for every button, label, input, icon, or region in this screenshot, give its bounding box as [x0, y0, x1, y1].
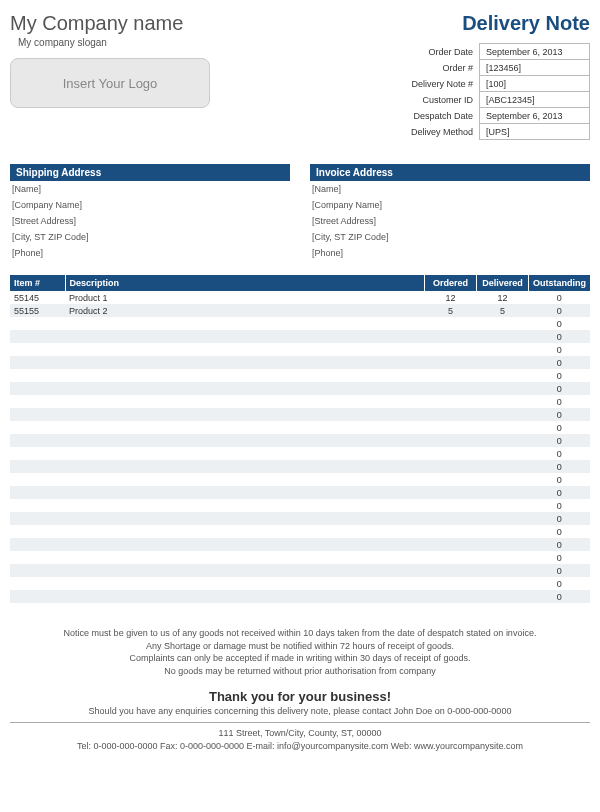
cell-item[interactable] [10, 447, 65, 460]
cell-delivered[interactable]: 12 [477, 291, 529, 304]
cell-desc[interactable] [65, 434, 425, 447]
cell-delivered[interactable] [477, 421, 529, 434]
cell-desc[interactable] [65, 512, 425, 525]
cell-desc[interactable] [65, 499, 425, 512]
cell-desc[interactable] [65, 382, 425, 395]
cell-item[interactable] [10, 538, 65, 551]
despatch-date-value[interactable]: September 6, 2013 [480, 108, 590, 124]
cell-desc[interactable] [65, 577, 425, 590]
cell-delivered[interactable] [477, 460, 529, 473]
cell-desc[interactable] [65, 460, 425, 473]
cell-outstanding[interactable]: 0 [529, 447, 591, 460]
cell-desc[interactable]: Product 1 [65, 291, 425, 304]
cell-item[interactable] [10, 577, 65, 590]
cell-desc[interactable] [65, 421, 425, 434]
cell-ordered[interactable] [425, 395, 477, 408]
cell-ordered[interactable] [425, 447, 477, 460]
cell-item[interactable] [10, 330, 65, 343]
cell-outstanding[interactable]: 0 [529, 525, 591, 538]
cell-outstanding[interactable]: 0 [529, 395, 591, 408]
cell-ordered[interactable] [425, 382, 477, 395]
cell-outstanding[interactable]: 0 [529, 564, 591, 577]
cell-outstanding[interactable]: 0 [529, 421, 591, 434]
cell-delivered[interactable] [477, 447, 529, 460]
logo-placeholder[interactable]: Insert Your Logo [10, 58, 210, 108]
cell-item[interactable] [10, 434, 65, 447]
cell-ordered[interactable] [425, 330, 477, 343]
cell-outstanding[interactable]: 0 [529, 356, 591, 369]
cell-outstanding[interactable]: 0 [529, 343, 591, 356]
cell-outstanding[interactable]: 0 [529, 382, 591, 395]
cell-desc[interactable] [65, 343, 425, 356]
cell-outstanding[interactable]: 0 [529, 317, 591, 330]
cell-delivered[interactable] [477, 330, 529, 343]
cell-delivered[interactable] [477, 395, 529, 408]
cell-item[interactable] [10, 564, 65, 577]
cell-item[interactable] [10, 343, 65, 356]
cell-item[interactable] [10, 486, 65, 499]
cell-outstanding[interactable]: 0 [529, 304, 591, 317]
cell-delivered[interactable] [477, 525, 529, 538]
cell-item[interactable]: 55155 [10, 304, 65, 317]
cell-outstanding[interactable]: 0 [529, 486, 591, 499]
delivery-note-value[interactable]: [100] [480, 76, 590, 92]
cell-delivered[interactable] [477, 486, 529, 499]
cell-desc[interactable] [65, 330, 425, 343]
cell-ordered[interactable] [425, 460, 477, 473]
cell-item[interactable] [10, 382, 65, 395]
cell-delivered[interactable] [477, 512, 529, 525]
cell-ordered[interactable] [425, 538, 477, 551]
cell-item[interactable] [10, 317, 65, 330]
cell-item[interactable] [10, 525, 65, 538]
order-num-value[interactable]: [123456] [480, 60, 590, 76]
cell-ordered[interactable] [425, 564, 477, 577]
cell-delivered[interactable]: 5 [477, 304, 529, 317]
cell-outstanding[interactable]: 0 [529, 499, 591, 512]
cell-desc[interactable] [65, 538, 425, 551]
cell-item[interactable] [10, 369, 65, 382]
cell-desc[interactable] [65, 486, 425, 499]
cell-outstanding[interactable]: 0 [529, 551, 591, 564]
cell-ordered[interactable] [425, 408, 477, 421]
cell-ordered[interactable] [425, 525, 477, 538]
cell-item[interactable] [10, 590, 65, 603]
cell-item[interactable] [10, 512, 65, 525]
cell-ordered[interactable] [425, 343, 477, 356]
cell-desc[interactable] [65, 356, 425, 369]
cell-desc[interactable] [65, 395, 425, 408]
cell-desc[interactable] [65, 408, 425, 421]
cell-outstanding[interactable]: 0 [529, 330, 591, 343]
cell-delivered[interactable] [477, 434, 529, 447]
cell-delivered[interactable] [477, 590, 529, 603]
cell-ordered[interactable] [425, 473, 477, 486]
cell-desc[interactable] [65, 473, 425, 486]
cell-delivered[interactable] [477, 564, 529, 577]
cell-desc[interactable] [65, 447, 425, 460]
cell-item[interactable] [10, 551, 65, 564]
cell-outstanding[interactable]: 0 [529, 473, 591, 486]
cell-ordered[interactable] [425, 486, 477, 499]
cell-desc[interactable]: Product 2 [65, 304, 425, 317]
cell-delivered[interactable] [477, 551, 529, 564]
order-date-value[interactable]: September 6, 2013 [480, 44, 590, 60]
cell-item[interactable]: 55145 [10, 291, 65, 304]
cell-outstanding[interactable]: 0 [529, 434, 591, 447]
cell-ordered[interactable] [425, 356, 477, 369]
cell-ordered[interactable] [425, 317, 477, 330]
customer-id-value[interactable]: [ABC12345] [480, 92, 590, 108]
cell-item[interactable] [10, 421, 65, 434]
cell-delivered[interactable] [477, 382, 529, 395]
cell-delivered[interactable] [477, 538, 529, 551]
cell-ordered[interactable] [425, 590, 477, 603]
cell-delivered[interactable] [477, 408, 529, 421]
cell-desc[interactable] [65, 564, 425, 577]
cell-delivered[interactable] [477, 473, 529, 486]
cell-outstanding[interactable]: 0 [529, 512, 591, 525]
cell-delivered[interactable] [477, 499, 529, 512]
cell-desc[interactable] [65, 369, 425, 382]
cell-outstanding[interactable]: 0 [529, 577, 591, 590]
cell-item[interactable] [10, 356, 65, 369]
cell-delivered[interactable] [477, 577, 529, 590]
cell-ordered[interactable] [425, 369, 477, 382]
cell-outstanding[interactable]: 0 [529, 291, 591, 304]
